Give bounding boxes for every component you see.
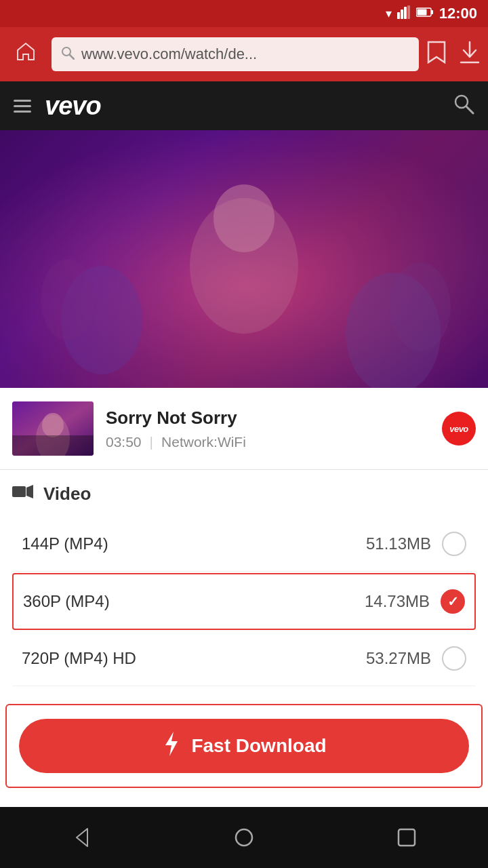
download-section: Video 144P (MP4) 51.13MB 360P (MP4) 14.7… (0, 470, 488, 693)
video-background-art (0, 130, 488, 388)
quality-right-360p: 14.73MB (365, 589, 465, 614)
vevo-header: vevo (0, 81, 488, 130)
svg-point-22 (42, 413, 64, 437)
url-search-icon (61, 46, 75, 63)
svg-rect-1 (401, 9, 403, 19)
quality-size-144p: 51.13MB (366, 534, 431, 553)
signal-icon (397, 5, 411, 22)
svg-point-15 (214, 184, 274, 252)
video-info: Sorry Not Sorry 03:50 | Network:WiFi vev… (0, 388, 488, 470)
video-thumbnail (12, 401, 94, 456)
video-hero (0, 130, 488, 388)
quality-label-360p: 360P (MP4) (23, 592, 110, 611)
svg-rect-2 (404, 7, 407, 19)
bookmark-button[interactable] (427, 41, 446, 68)
section-title: Video (43, 484, 91, 505)
quality-label-720p: 720P (MP4) HD (22, 649, 136, 668)
video-meta: Sorry Not Sorry 03:50 | Network:WiFi (106, 408, 430, 450)
quality-option-720p[interactable]: 720P (MP4) HD 53.27MB (12, 631, 476, 686)
lightning-icon (161, 732, 182, 761)
svg-rect-6 (417, 9, 426, 15)
battery-icon (416, 7, 434, 21)
svg-marker-25 (26, 485, 33, 498)
url-text: www.vevo.com/watch/de... (81, 45, 257, 63)
video-network: Network:WiFi (161, 434, 246, 450)
svg-marker-27 (77, 829, 87, 846)
svg-rect-5 (431, 10, 433, 14)
svg-line-8 (70, 55, 74, 59)
svg-marker-26 (165, 732, 178, 756)
svg-rect-0 (397, 12, 400, 19)
vevo-logo: vevo (45, 92, 101, 121)
radio-720p[interactable] (442, 646, 466, 671)
svg-point-19 (390, 262, 451, 351)
quality-label-144p: 144P (MP4) (22, 534, 108, 553)
quality-right-144p: 51.13MB (366, 532, 466, 556)
vevo-badge: vevo (442, 412, 476, 446)
svg-rect-29 (399, 829, 415, 846)
video-camera-icon (12, 484, 34, 505)
bottom-nav (0, 807, 488, 868)
video-title: Sorry Not Sorry (106, 408, 430, 429)
quality-right-720p: 53.27MB (366, 646, 466, 671)
svg-point-28 (236, 829, 252, 846)
status-bar: ▾ 12:00 (0, 0, 488, 27)
recent-apps-button[interactable] (386, 817, 427, 858)
video-duration: 03:50 (106, 434, 142, 450)
quality-option-144p[interactable]: 144P (MP4) 51.13MB (12, 517, 476, 572)
svg-line-12 (466, 106, 473, 113)
home-button[interactable] (224, 817, 264, 858)
video-separator: | (150, 434, 153, 450)
quality-size-360p: 14.73MB (365, 592, 430, 611)
section-header: Video (12, 484, 476, 505)
status-icons: ▾ 12:00 (386, 5, 477, 22)
download-button[interactable] (460, 41, 480, 68)
radio-144p[interactable] (442, 532, 466, 556)
browser-home-button[interactable] (8, 34, 43, 75)
video-details: 03:50 | Network:WiFi (106, 434, 430, 450)
browser-bar: www.vevo.com/watch/de... (0, 27, 488, 81)
browser-actions (427, 41, 480, 68)
svg-rect-24 (12, 486, 26, 497)
radio-360p[interactable] (441, 589, 465, 614)
menu-button[interactable] (14, 100, 31, 113)
vevo-search-button[interactable] (453, 93, 474, 119)
quality-option-360p[interactable]: 360P (MP4) 14.73MB (12, 573, 476, 630)
url-bar[interactable]: www.vevo.com/watch/de... (52, 37, 419, 71)
wifi-icon: ▾ (386, 6, 392, 21)
svg-point-18 (41, 259, 95, 340)
svg-rect-3 (407, 5, 410, 19)
fast-download-label: Fast Download (191, 735, 326, 757)
quality-list: 144P (MP4) 51.13MB 360P (MP4) 14.73MB 72… (12, 517, 476, 686)
back-button[interactable] (61, 817, 102, 858)
vevo-header-left: vevo (14, 92, 101, 121)
download-btn-container: Fast Download (5, 704, 483, 788)
status-time: 12:00 (439, 5, 477, 22)
svg-rect-23 (12, 435, 94, 456)
fast-download-button[interactable]: Fast Download (19, 719, 469, 773)
quality-size-720p: 53.27MB (366, 649, 431, 668)
